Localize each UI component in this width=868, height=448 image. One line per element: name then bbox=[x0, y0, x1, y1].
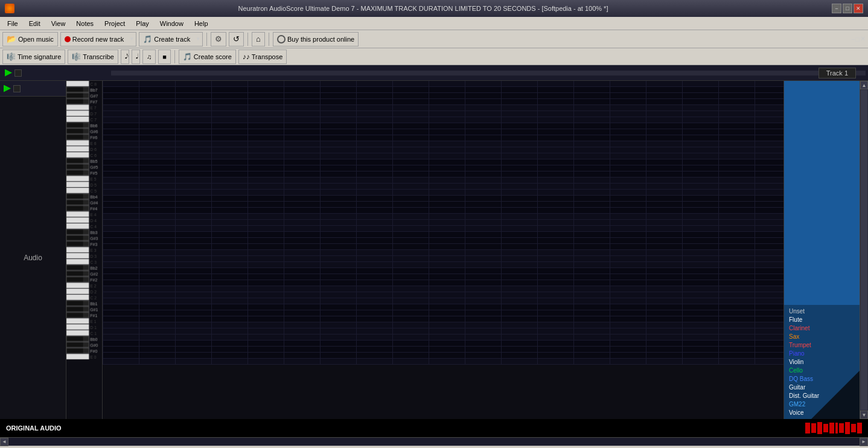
record-track-arrow[interactable]: ▼ bbox=[127, 32, 136, 46]
title-bar: Neuratron AudioScore Ultimate Demo 7 - M… bbox=[0, 0, 868, 17]
bottom-bar: ORIGINAL AUDIO bbox=[0, 419, 868, 437]
header-stop-button[interactable] bbox=[14, 69, 22, 77]
note-btn-2[interactable]: 𝅘𝅥 bbox=[132, 50, 140, 64]
vertical-scrollbar[interactable]: ▲ ▼ bbox=[860, 81, 868, 419]
transcribe-label: Transcribe bbox=[83, 53, 114, 60]
instrument-flute[interactable]: Flute bbox=[788, 316, 856, 324]
separator3 bbox=[269, 33, 269, 46]
transpose-icon: ♪♪ bbox=[243, 53, 250, 61]
scroll-left-button[interactable]: ◄ bbox=[0, 438, 8, 446]
meter-bar-7 bbox=[839, 423, 844, 433]
meter-bar-10 bbox=[857, 423, 862, 434]
separator1 bbox=[206, 33, 207, 46]
menu-file[interactable]: File bbox=[2, 19, 23, 28]
track-stop-button[interactable] bbox=[13, 85, 21, 92]
toolbar1: 📂 Open music Record new track ▼ 🎵 Create… bbox=[0, 30, 868, 48]
menu-play[interactable]: Play bbox=[131, 19, 153, 28]
settings-button[interactable]: ⚙ bbox=[211, 32, 226, 46]
open-music-button[interactable]: 📂 Open music bbox=[2, 32, 58, 46]
original-audio-label: ORIGINAL AUDIO bbox=[6, 424, 800, 432]
record-track-dropdown[interactable]: Record new track ▼ bbox=[60, 32, 137, 46]
menu-notes[interactable]: Notes bbox=[71, 19, 98, 28]
separator2 bbox=[247, 33, 248, 46]
note-btn-3[interactable]: ♫ bbox=[142, 50, 156, 64]
audio-label: Audio bbox=[24, 254, 42, 262]
create-score-icon: 🎵 bbox=[183, 53, 192, 61]
transcribe-icon: 🎼 bbox=[72, 53, 81, 61]
maximize-button[interactable]: □ bbox=[843, 4, 852, 13]
separator4 bbox=[174, 50, 175, 63]
instrument-distguitar[interactable]: Dist. Guitar bbox=[788, 392, 856, 400]
meter-bar-5 bbox=[829, 423, 834, 434]
minimize-button[interactable]: − bbox=[832, 4, 841, 13]
menu-view[interactable]: View bbox=[46, 19, 71, 28]
meter-bar-2 bbox=[811, 423, 816, 433]
settings-icon: ⚙ bbox=[215, 34, 222, 43]
sub-maximize-button[interactable]: □ bbox=[855, 36, 860, 43]
create-score-button[interactable]: 🎵 Create score bbox=[179, 50, 236, 64]
create-track-dropdown[interactable]: 🎵 Create track ▼ bbox=[139, 32, 203, 46]
buy-online-button[interactable]: Buy this product online bbox=[273, 32, 359, 46]
meter-bar-1 bbox=[805, 423, 810, 434]
header-play-button[interactable] bbox=[5, 69, 12, 77]
create-track-arrow[interactable]: ▼ bbox=[194, 32, 203, 46]
meter-bar-6 bbox=[835, 423, 838, 434]
note-icon-4: ■ bbox=[162, 53, 167, 60]
meter-bar-9 bbox=[851, 424, 856, 432]
instrument-violin[interactable]: Violin bbox=[788, 358, 856, 366]
piano-grid[interactable] bbox=[103, 81, 783, 365]
time-sig-icon: 🎼 bbox=[7, 53, 16, 61]
transcribe-button[interactable]: 🎼 Transcribe bbox=[68, 50, 118, 64]
time-signature-button[interactable]: 🎼 Time signature bbox=[2, 50, 65, 64]
meter-bar-8 bbox=[845, 422, 850, 434]
instrument-cello[interactable]: Cello bbox=[788, 366, 856, 374]
note-btn-4[interactable]: ■ bbox=[158, 50, 171, 64]
scroll-up-button[interactable]: ▲ bbox=[860, 81, 868, 89]
create-track-label: Create track bbox=[154, 36, 190, 43]
horizontal-scrollbar[interactable]: ◄ ► bbox=[0, 437, 868, 446]
scroll-thumb[interactable] bbox=[861, 90, 867, 410]
instrument-unset[interactable]: Unset bbox=[788, 307, 856, 315]
status-bar: Tip: Hold Ctrl while dragging horizontal… bbox=[0, 446, 868, 448]
create-score-label: Create score bbox=[194, 53, 232, 60]
instrument-dqbass[interactable]: DQ Bass bbox=[788, 375, 856, 383]
refresh-button[interactable]: ↺ bbox=[229, 32, 244, 46]
instrument-piano[interactable]: Piano bbox=[788, 350, 856, 357]
note-btn-1[interactable]: 𝅘𝅥𝅮 bbox=[121, 50, 129, 64]
track-play-button[interactable] bbox=[4, 85, 11, 92]
open-music-label: Open music bbox=[18, 36, 54, 43]
menu-project[interactable]: Project bbox=[100, 19, 130, 28]
transpose-button[interactable]: ♪♪ Transpose bbox=[238, 50, 287, 64]
menu-help[interactable]: Help bbox=[190, 19, 213, 28]
track-progress-bar bbox=[111, 71, 866, 75]
record-track-label: Record new track bbox=[72, 36, 124, 43]
open-music-icon: 📂 bbox=[7, 34, 16, 43]
instrument-clarinet[interactable]: Clarinet bbox=[788, 324, 856, 332]
toolbar2: 🎼 Time signature 🎼 Transcribe 𝅘𝅥𝅮 𝅘𝅥 ♫ ■… bbox=[0, 48, 868, 65]
instrument-gm22[interactable]: GM22 bbox=[788, 400, 856, 408]
window-title: Neuratron AudioScore Ultimate Demo 7 - M… bbox=[14, 5, 832, 12]
scroll-right-button[interactable]: ► bbox=[860, 438, 868, 446]
refresh-icon: ↺ bbox=[233, 34, 240, 43]
scroll-track[interactable] bbox=[8, 438, 860, 446]
record-icon bbox=[65, 36, 71, 42]
menu-window[interactable]: Window bbox=[155, 19, 188, 28]
sub-close-button[interactable]: ✕ bbox=[860, 35, 866, 43]
blue-region: Unset Flute Clarinet Sax Trumpet Piano V… bbox=[784, 81, 860, 419]
sub-minimize-button[interactable]: − bbox=[851, 36, 855, 43]
create-track-button[interactable]: 🎵 Create track bbox=[139, 32, 194, 46]
home-icon: ⌂ bbox=[256, 34, 261, 43]
instrument-guitar[interactable]: Guitar bbox=[788, 383, 856, 391]
home-button[interactable]: ⌂ bbox=[252, 32, 265, 46]
menu-edit[interactable]: Edit bbox=[24, 19, 45, 28]
instrument-sax[interactable]: Sax bbox=[788, 333, 856, 341]
instrument-voice[interactable]: Voice bbox=[788, 409, 856, 417]
record-track-button[interactable]: Record new track bbox=[60, 32, 128, 46]
close-button[interactable]: ✕ bbox=[854, 4, 863, 13]
instrument-list: Unset Flute Clarinet Sax Trumpet Piano V… bbox=[784, 305, 860, 419]
instrument-trumpet[interactable]: Trumpet bbox=[788, 341, 856, 349]
note-icon-3: ♫ bbox=[147, 53, 152, 60]
scroll-down-button[interactable]: ▼ bbox=[860, 411, 868, 419]
globe-icon bbox=[277, 35, 286, 43]
meter-bar-4 bbox=[823, 424, 828, 432]
